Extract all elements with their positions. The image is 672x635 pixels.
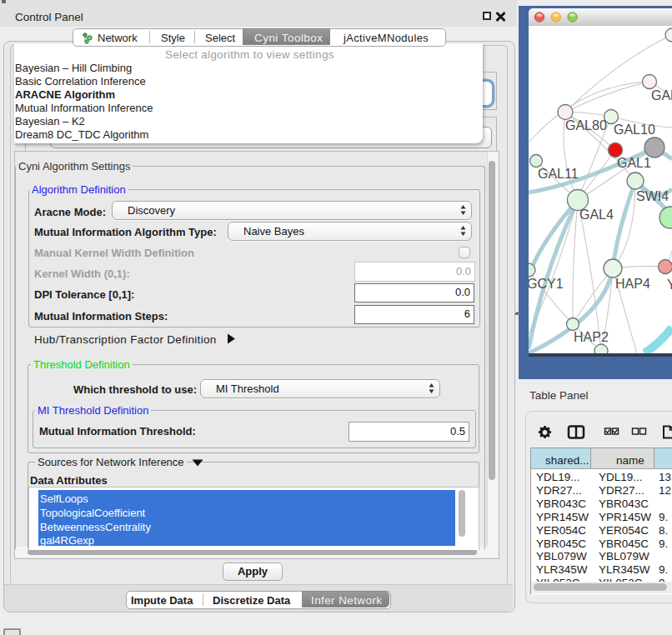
svg-text:GAL1: GAL1 [617,156,651,170]
svg-text:SWI4: SWI4 [636,189,669,203]
svg-text:GAL10: GAL10 [614,122,655,137]
svg-text:HAP4: HAP4 [615,277,650,291]
svg-text:HAP2: HAP2 [574,330,609,344]
svg-text:GAL11: GAL11 [538,167,579,181]
svg-text:GCY1: GCY1 [529,277,564,291]
svg-text:Y: Y [667,278,672,292]
svg-text:GAL80: GAL80 [565,118,607,132]
svg-text:GAL: GAL [651,88,672,102]
svg-text:GAL4: GAL4 [579,208,614,222]
